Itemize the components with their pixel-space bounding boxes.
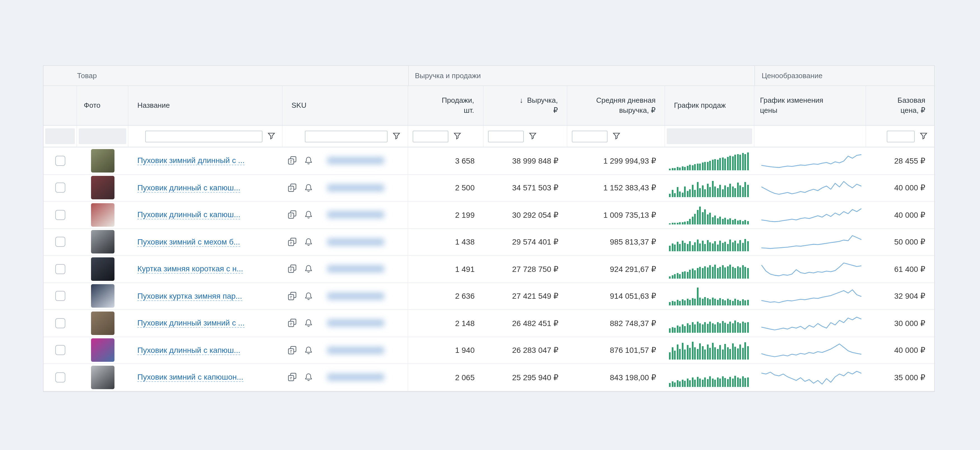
sort-descending-icon[interactable]: ↓ (520, 95, 523, 105)
product-name-link[interactable]: Пуховик длинный зимний с ... (137, 318, 245, 328)
row-checkbox[interactable] (55, 318, 65, 328)
price-sparkline[interactable] (760, 233, 864, 251)
row-checkbox[interactable] (55, 183, 65, 193)
header-sku-label: SKU (291, 100, 306, 111)
product-photo[interactable] (91, 258, 115, 281)
sales-sparkline-bars[interactable] (669, 205, 749, 224)
header-photo: Фото (77, 86, 129, 125)
sku-filter-funnel-icon[interactable] (393, 132, 400, 140)
product-name-link[interactable]: Пуховик куртка зимняя пар... (137, 291, 242, 301)
row-price-chart-cell (754, 229, 866, 255)
header-revenue[interactable]: ↓ Выручка, ₽ (484, 86, 567, 125)
row-checkbox[interactable] (55, 237, 65, 247)
product-photo[interactable] (91, 203, 115, 227)
price-sparkline[interactable] (760, 369, 864, 386)
avg-daily-revenue-value: 924 291,67 ₽ (567, 256, 665, 282)
copy-similar-items-icon[interactable] (287, 345, 297, 355)
sales-sparkline-bars[interactable] (669, 151, 749, 170)
sales-sparkline-bars[interactable] (669, 313, 749, 332)
price-sparkline[interactable] (760, 179, 864, 197)
sales-sparkline-bars[interactable] (669, 286, 749, 305)
sku-filter-input[interactable] (305, 130, 388, 142)
row-checkbox[interactable] (55, 210, 65, 220)
table-row: Пуховик зимний с мехом б... 1 438 29 574… (43, 229, 934, 256)
notification-bell-icon[interactable] (303, 237, 313, 247)
product-photo[interactable] (91, 230, 115, 254)
base-price-filter-funnel-icon[interactable] (920, 132, 928, 140)
row-checkbox[interactable] (55, 156, 65, 166)
group-pricing-label: Ценообразование (762, 72, 822, 80)
product-name-link[interactable]: Пуховик длинный с капюш... (137, 346, 240, 355)
product-photo[interactable] (91, 176, 115, 200)
header-photo-label: Фото (84, 100, 100, 111)
copy-similar-items-icon[interactable] (287, 237, 297, 247)
sales-sparkline-bars[interactable] (669, 340, 749, 359)
price-sparkline[interactable] (760, 206, 864, 224)
price-sparkline[interactable] (760, 260, 864, 278)
product-photo[interactable] (91, 312, 115, 335)
copy-similar-items-icon[interactable] (287, 183, 297, 193)
sku-value-blurred (327, 347, 384, 354)
product-photo[interactable] (91, 366, 115, 389)
notification-bell-icon[interactable] (303, 345, 313, 355)
row-photo-cell (77, 147, 129, 174)
avg-daily-filter-input[interactable] (572, 130, 608, 142)
product-name-link[interactable]: Пуховик длинный с капюш... (137, 210, 240, 220)
product-name-link[interactable]: Куртка зимняя короткая с н... (137, 264, 243, 274)
filter-base-price-cell (866, 126, 934, 147)
header-sku[interactable]: SKU (283, 86, 408, 125)
sales-value: 2 148 (408, 310, 484, 336)
notification-bell-icon[interactable] (303, 264, 313, 274)
header-name[interactable]: Название (129, 86, 283, 125)
header-sales[interactable]: Продажи, шт. (408, 86, 484, 125)
revenue-filter-input[interactable] (488, 130, 524, 142)
sales-sparkline-bars[interactable] (669, 259, 749, 278)
header-avg-daily-revenue[interactable]: Средняя дневная выручка, ₽ (567, 86, 665, 125)
price-sparkline[interactable] (760, 314, 864, 332)
sales-sparkline-bars[interactable] (669, 232, 749, 251)
name-filter-funnel-icon[interactable] (267, 132, 275, 140)
product-name-link[interactable]: Пуховик длинный с капюш... (137, 183, 240, 192)
copy-similar-items-icon[interactable] (287, 210, 297, 220)
base-price-filter-input[interactable] (887, 130, 915, 142)
row-name-cell: Пуховик зимний с мехом б... (129, 229, 283, 255)
row-checkbox[interactable] (55, 264, 65, 274)
copy-similar-items-icon[interactable] (287, 318, 297, 328)
notification-bell-icon[interactable] (303, 210, 313, 220)
sales-value: 2 199 (408, 202, 484, 228)
row-checkbox[interactable] (55, 291, 65, 301)
row-checkbox[interactable] (55, 345, 65, 355)
product-photo[interactable] (91, 285, 115, 308)
row-photo-cell (77, 364, 129, 391)
notification-bell-icon[interactable] (303, 156, 313, 166)
notification-bell-icon[interactable] (303, 183, 313, 193)
row-name-cell: Пуховик зимний длинный с ... (129, 147, 283, 174)
copy-similar-items-icon[interactable] (287, 372, 297, 382)
filter-sku-cell (283, 126, 408, 147)
product-name-link[interactable]: Пуховик зимний длинный с ... (137, 156, 245, 165)
product-name-link[interactable]: Пуховик зимний с капюшон... (137, 373, 243, 382)
revenue-filter-funnel-icon[interactable] (529, 132, 537, 140)
product-name-link[interactable]: Пуховик зимний с мехом б... (137, 237, 240, 247)
product-photo[interactable] (91, 149, 115, 173)
sales-value: 1 491 (408, 256, 484, 282)
product-photo[interactable] (91, 339, 115, 362)
price-sparkline[interactable] (760, 342, 864, 359)
sales-sparkline-bars[interactable] (669, 178, 749, 197)
copy-similar-items-icon[interactable] (287, 291, 297, 301)
copy-similar-items-icon[interactable] (287, 156, 297, 166)
avg-daily-filter-funnel-icon[interactable] (612, 132, 620, 140)
header-base-price[interactable]: Базовая цена, ₽ (866, 86, 934, 125)
sales-filter-input[interactable] (413, 130, 449, 142)
notification-bell-icon[interactable] (303, 372, 313, 382)
notification-bell-icon[interactable] (303, 291, 313, 301)
name-filter-input[interactable] (145, 130, 262, 142)
revenue-value: 34 571 503 ₽ (484, 175, 567, 201)
price-sparkline[interactable] (760, 152, 864, 170)
copy-similar-items-icon[interactable] (287, 264, 297, 274)
notification-bell-icon[interactable] (303, 318, 313, 328)
sales-sparkline-bars[interactable] (669, 368, 749, 386)
price-sparkline[interactable] (760, 287, 864, 305)
sales-filter-funnel-icon[interactable] (453, 132, 461, 140)
row-checkbox[interactable] (55, 372, 65, 382)
